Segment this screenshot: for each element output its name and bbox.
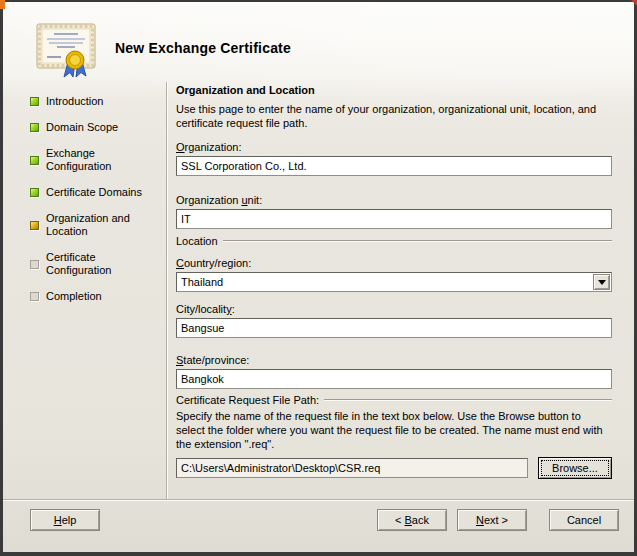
city-locality-input[interactable] bbox=[176, 318, 612, 338]
step-status-icon bbox=[30, 156, 39, 165]
wizard-header: New Exchange Certificate bbox=[3, 2, 634, 80]
country-region-combobox[interactable]: Thailand bbox=[176, 272, 612, 292]
file-path-group-separator: Certificate Request File Path: bbox=[176, 393, 612, 406]
sidebar-step-introduction: Introduction bbox=[30, 95, 162, 108]
step-status-icon bbox=[30, 292, 39, 301]
help-button[interactable]: Help bbox=[30, 509, 100, 531]
wizard-steps-sidebar: Introduction Domain Scope Exchange Confi… bbox=[3, 80, 166, 499]
location-group-label: Location bbox=[176, 235, 218, 247]
combobox-selected-value: Thailand bbox=[181, 276, 223, 288]
content-pane: Organization and Location Use this page … bbox=[167, 80, 634, 499]
sidebar-step-completion: Completion bbox=[30, 290, 162, 303]
certificate-icon bbox=[35, 22, 99, 80]
step-label: Completion bbox=[46, 290, 152, 303]
city-locality-label: City/locality: bbox=[176, 303, 612, 316]
file-path-help: Specify the name of the request file in … bbox=[176, 409, 612, 451]
step-status-icon bbox=[30, 123, 39, 132]
chevron-down-icon[interactable] bbox=[593, 274, 610, 290]
state-province-input[interactable] bbox=[176, 369, 612, 389]
wizard-title: New Exchange Certificate bbox=[115, 40, 291, 56]
organization-label: Organization: bbox=[176, 141, 612, 154]
cancel-button[interactable]: Cancel bbox=[549, 509, 619, 531]
step-status-icon bbox=[30, 97, 39, 106]
screen-edge-artifact bbox=[0, 0, 5, 9]
step-label: Exchange Configuration bbox=[46, 147, 152, 173]
sidebar-step-domain-scope: Domain Scope bbox=[30, 121, 162, 134]
step-label: Introduction bbox=[46, 95, 152, 108]
state-province-label: State/province: bbox=[176, 354, 612, 367]
back-button[interactable]: < Back bbox=[377, 509, 447, 531]
screen-edge-artifact bbox=[631, 0, 637, 6]
next-button[interactable]: Next > bbox=[457, 509, 527, 531]
sidebar-step-exchange-configuration: Exchange Configuration bbox=[30, 147, 162, 173]
wizard-footer: Help < Back Next > Cancel bbox=[3, 499, 634, 552]
step-status-icon bbox=[30, 260, 39, 269]
organization-unit-input[interactable] bbox=[176, 209, 612, 229]
step-label: Certificate Domains bbox=[46, 186, 152, 199]
step-label: Organization and Location bbox=[46, 212, 152, 238]
step-status-icon bbox=[30, 221, 39, 230]
step-label: Domain Scope bbox=[46, 121, 152, 134]
page-heading: Organization and Location bbox=[176, 84, 612, 97]
separator-rule bbox=[324, 399, 612, 400]
step-status-icon bbox=[30, 188, 39, 197]
sidebar-step-certificate-domains: Certificate Domains bbox=[30, 186, 162, 199]
sidebar-step-organization-and-location: Organization and Location bbox=[30, 212, 162, 238]
separator-rule bbox=[223, 240, 612, 241]
sidebar-step-certificate-configuration: Certificate Configuration bbox=[30, 251, 162, 277]
country-region-label: Country/region: bbox=[176, 257, 612, 270]
file-path-input[interactable] bbox=[176, 458, 528, 478]
step-label: Certificate Configuration bbox=[46, 251, 152, 277]
location-group-separator: Location bbox=[176, 234, 612, 247]
file-path-group-label: Certificate Request File Path: bbox=[176, 394, 319, 406]
page-intro: Use this page to enter the name of your … bbox=[176, 102, 612, 130]
organization-input[interactable] bbox=[176, 156, 612, 176]
organization-unit-label: Organization unit: bbox=[176, 194, 612, 207]
browse-button[interactable]: Browse... bbox=[538, 457, 612, 479]
wizard-window: New Exchange Certificate Introduction Do… bbox=[0, 0, 637, 556]
